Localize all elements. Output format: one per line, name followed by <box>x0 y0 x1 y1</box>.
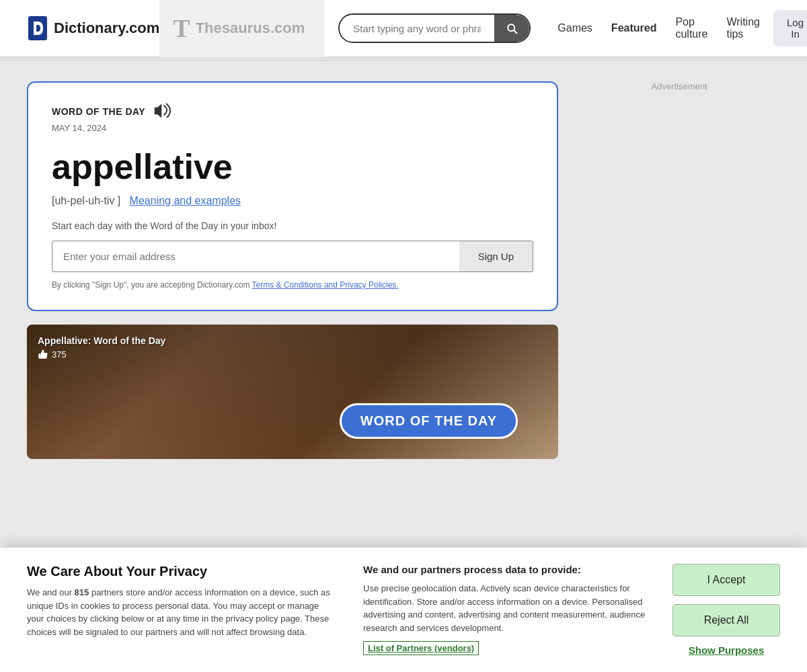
wotd-card: WORD OF THE DAY MAY 14, 2024 appellative… <box>27 81 558 311</box>
privacy-banner: We Care About Your Privacy We and our 81… <box>0 548 807 672</box>
meaning-link[interactable]: Meaning and examples <box>130 195 241 206</box>
email-input[interactable] <box>52 241 459 272</box>
nav-links: Games Featured Pop culture Writing tips <box>558 16 760 40</box>
wotd-header-row: WORD OF THE DAY <box>52 103 533 120</box>
nav-games[interactable]: Games <box>558 22 592 34</box>
search-icon <box>505 22 518 35</box>
nav-pop-culture[interactable]: Pop culture <box>675 16 707 40</box>
show-purposes-link[interactable]: Show Purposes <box>672 644 780 656</box>
partners-count: 815 <box>75 587 89 597</box>
wotd-section-label: WORD OF THE DAY <box>52 106 145 117</box>
wotd-word: appellative <box>52 146 533 187</box>
signup-button[interactable]: Sign Up <box>459 241 533 272</box>
left-content: WORD OF THE DAY MAY 14, 2024 appellative… <box>27 81 558 501</box>
search-box-container <box>338 13 531 43</box>
terms-text: By clicking "Sign Up", you are accepting… <box>52 280 533 290</box>
partners-link[interactable]: List of Partners (vendors) <box>363 641 479 655</box>
privacy-title: We Care About Your Privacy <box>27 564 336 579</box>
video-likes: 375 <box>38 349 165 360</box>
nav-writing-tips[interactable]: Writing tips <box>726 16 760 40</box>
sound-icon[interactable] <box>153 103 171 120</box>
dictionary-logo[interactable]: Dictionary.com <box>27 15 159 42</box>
login-button[interactable]: Log In <box>773 10 807 46</box>
thumbs-up-icon <box>38 349 48 360</box>
accept-button[interactable]: I Accept <box>672 564 780 596</box>
video-wotd-badge: WORD OF THE DAY <box>340 403 518 439</box>
nav-featured[interactable]: Featured <box>611 22 657 34</box>
search-button[interactable] <box>494 15 529 42</box>
wotd-cta-text: Start each day with the Word of the Day … <box>52 220 533 231</box>
email-signup-row: Sign Up <box>52 241 533 272</box>
search-area <box>338 13 531 43</box>
privacy-desc: We and our 815 partners store and/or acc… <box>27 586 336 638</box>
ad-block <box>578 98 780 501</box>
privacy-actions: I Accept Reject All Show Purposes <box>672 564 780 656</box>
header: Dictionary.com T Thesaurus.com Games Fea… <box>0 0 807 57</box>
video-title: Appellative: Word of the Day <box>38 335 165 346</box>
terms-link[interactable]: Terms & Conditions and Privacy Policies. <box>252 280 399 290</box>
video-info: Appellative: Word of the Day 375 <box>38 335 165 360</box>
dict-logo-icon <box>27 15 48 42</box>
privacy-center-section: We and our partners process data to prov… <box>363 564 646 655</box>
main-layout: WORD OF THE DAY MAY 14, 2024 appellative… <box>0 61 807 521</box>
privacy-center-desc: Use precise geolocation data. Actively s… <box>363 582 646 634</box>
ad-label: Advertisement <box>578 81 780 91</box>
thesaurus-logo[interactable]: T Thesaurus.com <box>159 0 325 57</box>
privacy-center-title: We and our partners process data to prov… <box>363 564 646 575</box>
reject-button[interactable]: Reject All <box>672 604 780 636</box>
privacy-left-section: We Care About Your Privacy We and our 81… <box>27 564 336 638</box>
wotd-date: MAY 14, 2024 <box>52 123 533 133</box>
logo-section: Dictionary.com <box>27 15 159 42</box>
video-section[interactable]: Appellative: Word of the Day 375 WORD OF… <box>27 325 558 459</box>
thes-logo-icon: T <box>173 13 190 43</box>
search-input[interactable] <box>340 16 494 41</box>
right-sidebar: Advertisement <box>578 81 780 501</box>
wotd-pronunciation: [uh-pel-uh-tiv ] Meaning and examples <box>52 195 533 207</box>
